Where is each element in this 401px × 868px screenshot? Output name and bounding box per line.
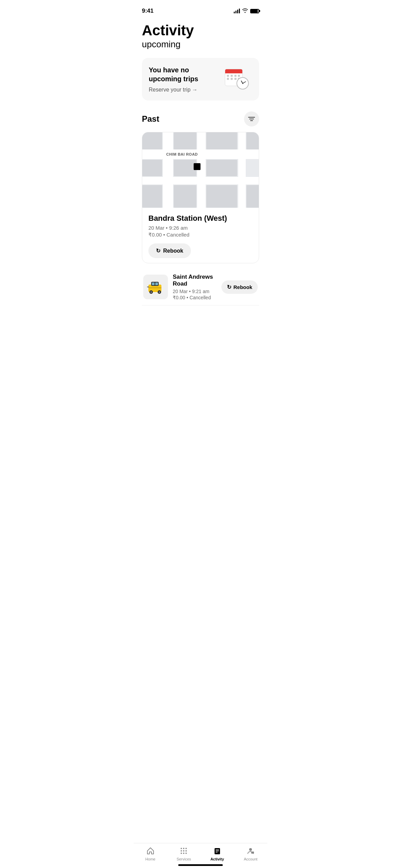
past-section-title: Past <box>142 114 159 124</box>
clock-illustration <box>236 77 249 89</box>
upcoming-title: You have no upcoming trips <box>149 65 221 83</box>
svg-rect-7 <box>148 287 161 288</box>
battery-icon <box>250 9 259 13</box>
reserve-trip-link[interactable]: Reserve your trip → <box>149 87 221 93</box>
trip-price: ₹0.00 • Cancelled <box>148 232 253 238</box>
svg-rect-6 <box>155 282 158 285</box>
main-content: Activity upcoming You have no upcoming t… <box>134 17 267 336</box>
upcoming-text: You have no upcoming trips Reserve your … <box>149 65 221 93</box>
trip-location: Bandra Station (West) <box>148 214 253 223</box>
rebook-label: Rebook <box>163 248 183 254</box>
calendar-clock-illustration <box>225 65 252 93</box>
map-road-label: CHIM BAI ROAD <box>166 152 198 156</box>
status-time: 9:41 <box>142 8 154 14</box>
trip-thumbnail <box>143 275 168 299</box>
svg-point-9 <box>150 291 152 293</box>
filter-icon <box>248 116 255 122</box>
page-subtitle: upcoming <box>142 39 259 50</box>
rickshaw-icon <box>146 278 166 296</box>
svg-rect-12 <box>147 287 149 287</box>
wifi-icon <box>242 8 248 14</box>
trip-row-info: Saint Andrews Road 20 Mar • 9:21 am ₹0.0… <box>173 274 217 300</box>
upcoming-card: You have no upcoming trips Reserve your … <box>142 58 259 100</box>
trip-date: 20 Mar • 9:26 am <box>148 225 253 231</box>
signal-icon <box>234 9 240 13</box>
page-title: Activity <box>142 23 259 38</box>
trip-card-expanded: CHIM BAI ROAD Bandra Station (West) 20 M… <box>142 132 259 263</box>
past-section-header: Past <box>142 111 259 126</box>
status-icons <box>234 8 259 14</box>
status-bar: 9:41 <box>134 0 267 17</box>
trip-info: Bandra Station (West) 20 Mar • 9:26 am ₹… <box>142 208 259 263</box>
trip-row: Saint Andrews Road 20 Mar • 9:21 am ₹0.0… <box>142 269 259 305</box>
trip-row-price: ₹0.00 • Cancelled <box>173 295 217 300</box>
rebook-icon: ↻ <box>156 248 160 254</box>
map-pin <box>194 163 200 170</box>
svg-rect-5 <box>152 282 155 285</box>
trip-row-location: Saint Andrews Road <box>173 274 217 287</box>
svg-point-11 <box>159 291 160 293</box>
rebook-button-1[interactable]: ↻ Rebook <box>148 243 191 258</box>
trip-row-date: 20 Mar • 9:21 am <box>173 289 217 294</box>
rebook-icon-2: ↻ <box>227 284 231 290</box>
trip-map: CHIM BAI ROAD <box>142 132 259 208</box>
filter-button[interactable] <box>244 111 259 126</box>
rebook-label-2: Rebook <box>233 284 252 290</box>
rebook-button-2[interactable]: ↻ Rebook <box>221 280 258 294</box>
